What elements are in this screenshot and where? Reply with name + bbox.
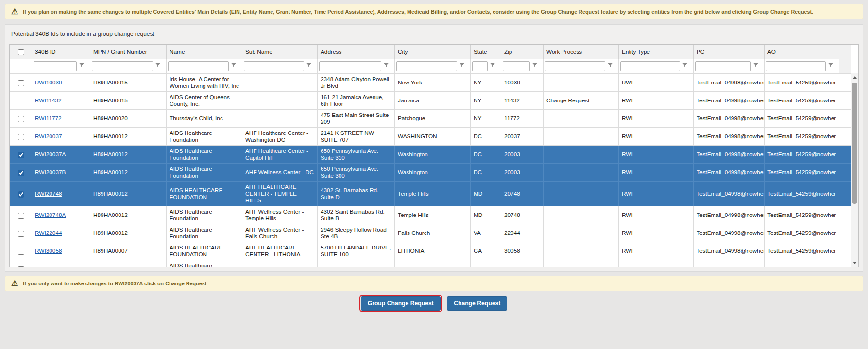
cell-work [544, 182, 619, 206]
cell-name: Thursday's Child, Inc [167, 110, 242, 128]
filter-funnel-icon[interactable] [488, 61, 497, 71]
scrollbar-thumb[interactable] [852, 83, 857, 204]
select-all-checkbox[interactable] [18, 49, 24, 55]
column-header-mpn-grant-number[interactable]: MPN / Grant Number [90, 45, 167, 59]
cell-id: RWI20748 [32, 182, 90, 206]
column-header-ao[interactable]: AO [765, 45, 839, 59]
group-change-panel: Potential 340B Ids to include in a group… [5, 24, 863, 272]
cell-work [544, 110, 619, 128]
filter-spacer-cell [10, 59, 32, 74]
filter-funnel-icon[interactable] [751, 61, 760, 71]
cell-city: Temple Hills [395, 182, 471, 206]
filter-input-pc[interactable] [695, 61, 751, 71]
row-checkbox[interactable] [18, 249, 24, 255]
entity-id-link[interactable]: RWI20748 [35, 190, 62, 197]
entity-id-link[interactable]: RWI11432 [35, 97, 62, 104]
row-checkbox[interactable] [18, 80, 24, 86]
column-header-work-process[interactable]: Work Process [544, 45, 619, 59]
cell-type: RWI [619, 224, 694, 242]
cell-sub: AHF Healthcare Center [242, 260, 318, 267]
cell-name: AIDS Healthcare Foundation [167, 206, 242, 224]
filter-input-ao[interactable] [766, 61, 826, 71]
row-checkbox[interactable] [18, 213, 24, 219]
column-header-state[interactable]: State [471, 45, 501, 59]
row-checkbox[interactable] [18, 191, 24, 198]
filter-input-work-process[interactable] [545, 61, 605, 71]
column-header-zip[interactable]: Zip [501, 45, 544, 59]
cell-sub: AHF Healthcare Center - Capitol Hill [242, 146, 318, 164]
column-header-340b-id[interactable]: 340B ID [32, 45, 90, 59]
entity-row-RWI11772: RWI11772H89HA00020Thursday's Child, Inc4… [10, 110, 851, 128]
cell-work [544, 260, 619, 267]
row-checkbox[interactable] [18, 266, 24, 267]
row-filler [839, 242, 851, 260]
cell-ao: TestEmail_54259@nowher [765, 110, 839, 128]
filter-input-state[interactable] [472, 61, 488, 71]
cell-sub: AHF Wellness Center - Falls Church [242, 224, 318, 242]
group-change-request-button[interactable]: Group Change Request [361, 296, 441, 311]
cell-type: RWI [619, 182, 694, 206]
filter-input-sub-name[interactable] [244, 61, 304, 71]
filter-input-340b-id[interactable] [34, 61, 77, 71]
entity-id-link[interactable]: RWI20037B [35, 169, 66, 176]
filter-input-mpn-grant-number[interactable] [92, 61, 153, 71]
row-select-cell [10, 206, 32, 224]
entity-id-link[interactable]: RWI30058 [35, 248, 62, 254]
cell-ao: TestEmail_54259@nowher [765, 128, 839, 146]
column-header-city[interactable]: City [395, 45, 471, 59]
filter-funnel-icon[interactable] [381, 61, 391, 71]
row-checkbox[interactable] [18, 231, 24, 237]
entity-row-RWI20037: RWI20037H89HA00012AIDS Healthcare Founda… [10, 128, 851, 146]
cell-pc: TestEmail_04998@nowher [694, 110, 765, 128]
filter-funnel-icon[interactable] [457, 61, 466, 71]
cell-state: DC [471, 164, 501, 182]
cell-zip: 22044 [501, 224, 544, 242]
column-header-address[interactable]: Address [318, 45, 395, 59]
column-header-sub-name[interactable]: Sub Name [242, 45, 318, 59]
column-header-pc[interactable]: PC [694, 45, 765, 59]
scroll-up-arrow-icon[interactable] [851, 74, 858, 81]
filter-funnel-icon[interactable] [153, 61, 162, 71]
filter-cell-340b-id [32, 59, 90, 74]
cell-id: RWI20748A [32, 206, 90, 224]
vertical-scrollbar[interactable] [851, 73, 858, 267]
cell-zip: 20003 [501, 164, 544, 182]
header-filler [839, 45, 851, 59]
row-checkbox[interactable] [18, 152, 24, 158]
filter-input-address[interactable] [319, 61, 381, 71]
row-checkbox[interactable] [18, 170, 24, 176]
filter-funnel-icon[interactable] [826, 61, 835, 71]
entity-id-link[interactable]: RWI30058A [35, 266, 66, 267]
change-request-button[interactable]: Change Request [447, 296, 507, 311]
filter-funnel-icon[interactable] [530, 61, 539, 71]
entity-id-link[interactable]: RWI20037 [35, 133, 62, 140]
entity-id-link[interactable]: RWI22044 [35, 230, 62, 236]
entity-id-link[interactable]: RWI20037A [35, 151, 66, 158]
row-checkbox[interactable] [18, 116, 24, 122]
filter-input-entity-type[interactable] [620, 61, 680, 71]
entity-id-link[interactable]: RWI11772 [35, 115, 62, 122]
column-header-entity-type[interactable]: Entity Type [619, 45, 694, 59]
cell-grant: H89HA00007 [90, 260, 167, 267]
cell-sub: AHF HEALTHCARE CENTER - TEMPLE HILLS [242, 182, 318, 206]
filter-input-city[interactable] [396, 61, 457, 71]
filter-funnel-icon[interactable] [680, 61, 689, 71]
row-checkbox[interactable] [18, 134, 24, 140]
cell-pc: TestEmail_04998@nowher [694, 128, 765, 146]
filter-funnel-icon[interactable] [605, 61, 614, 71]
filter-input-name[interactable] [168, 61, 229, 71]
column-header-name[interactable]: Name [167, 45, 242, 59]
filter-funnel-icon[interactable] [77, 61, 86, 71]
entity-id-link[interactable]: RWI20748A [35, 212, 66, 218]
filter-funnel-icon[interactable] [304, 61, 313, 71]
row-filler [839, 146, 851, 164]
cell-pc: TestEmail_04998@nowher [694, 74, 765, 92]
entity-id-link[interactable]: RWI10030 [35, 79, 62, 86]
cell-state: GA [471, 242, 501, 260]
cell-zip: 10030 [501, 74, 544, 92]
scroll-down-arrow-icon[interactable] [851, 259, 858, 266]
filter-funnel-icon[interactable] [229, 61, 238, 71]
filter-input-zip[interactable] [503, 61, 530, 71]
top-warning-text: If you plan on making the same changes t… [23, 8, 813, 15]
cell-ao: TestEmail_54259@nowher [765, 74, 839, 92]
